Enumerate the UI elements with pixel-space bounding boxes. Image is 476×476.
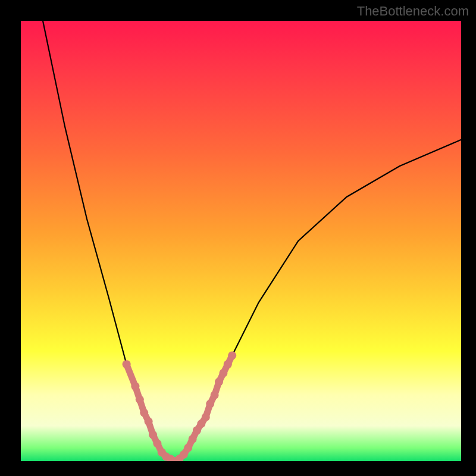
highlight-bead xyxy=(149,431,157,439)
highlight-bead xyxy=(140,409,148,417)
highlight-left xyxy=(123,360,179,461)
chart-container: TheBottleneck.com xyxy=(0,0,476,476)
highlight-bead xyxy=(224,360,232,368)
highlight-bead xyxy=(189,435,197,443)
highlight-bead xyxy=(123,360,131,368)
highlight-bead xyxy=(145,417,153,425)
highlight-right xyxy=(175,351,236,461)
right-curve xyxy=(175,140,461,461)
left-curve xyxy=(43,21,175,461)
curve-layer xyxy=(43,21,461,461)
highlight-bead xyxy=(215,378,223,386)
highlight-bead xyxy=(136,395,144,403)
highlight-bead xyxy=(184,444,192,452)
highlight-bead xyxy=(153,439,161,447)
highlight-bead xyxy=(211,391,219,399)
highlight-bead xyxy=(202,413,210,421)
chart-svg xyxy=(21,21,461,461)
highlight-bead xyxy=(219,369,227,377)
highlight-bead xyxy=(131,382,139,390)
highlight-bead xyxy=(228,351,236,359)
watermark-text: TheBottleneck.com xyxy=(357,4,469,19)
highlight-bead xyxy=(206,400,214,408)
